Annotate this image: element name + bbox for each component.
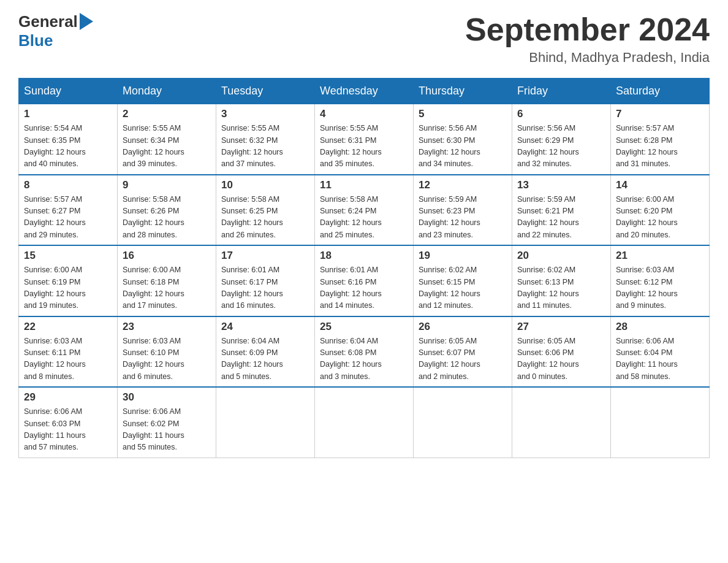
day-number: 16 xyxy=(123,250,211,262)
day-number: 15 xyxy=(24,250,112,262)
calendar-cell xyxy=(216,387,315,458)
calendar-cell: 29Sunrise: 6:06 AMSunset: 6:03 PMDayligh… xyxy=(19,387,118,458)
day-number: 29 xyxy=(24,391,112,404)
calendar-cell: 11Sunrise: 5:58 AMSunset: 6:24 PMDayligh… xyxy=(315,175,414,246)
calendar-week-row: 8Sunrise: 5:57 AMSunset: 6:27 PMDaylight… xyxy=(19,175,710,246)
calendar-header-thursday: Thursday xyxy=(414,79,512,104)
day-info: Sunrise: 6:03 AMSunset: 6:10 PMDaylight:… xyxy=(123,335,211,383)
day-number: 1 xyxy=(24,108,112,120)
calendar-cell: 21Sunrise: 6:03 AMSunset: 6:12 PMDayligh… xyxy=(611,245,710,316)
calendar-cell xyxy=(315,387,414,458)
day-number: 10 xyxy=(221,179,309,191)
calendar-cell: 27Sunrise: 6:05 AMSunset: 6:06 PMDayligh… xyxy=(512,316,611,388)
day-number: 19 xyxy=(419,250,507,262)
calendar-cell: 28Sunrise: 6:06 AMSunset: 6:04 PMDayligh… xyxy=(611,316,710,388)
calendar-header-wednesday: Wednesday xyxy=(315,79,414,104)
calendar-cell: 23Sunrise: 6:03 AMSunset: 6:10 PMDayligh… xyxy=(118,316,216,388)
calendar-cell: 30Sunrise: 6:06 AMSunset: 6:02 PMDayligh… xyxy=(118,387,216,458)
day-info: Sunrise: 5:57 AMSunset: 6:27 PMDaylight:… xyxy=(24,194,112,242)
calendar-cell: 12Sunrise: 5:59 AMSunset: 6:23 PMDayligh… xyxy=(414,175,512,246)
day-info: Sunrise: 6:00 AMSunset: 6:20 PMDaylight:… xyxy=(616,194,704,242)
day-number: 18 xyxy=(320,250,408,262)
day-number: 21 xyxy=(616,250,704,262)
day-number: 17 xyxy=(221,250,309,262)
day-number: 30 xyxy=(123,391,211,404)
day-info: Sunrise: 5:59 AMSunset: 6:23 PMDaylight:… xyxy=(419,194,507,242)
calendar-cell: 14Sunrise: 6:00 AMSunset: 6:20 PMDayligh… xyxy=(611,175,710,246)
day-number: 11 xyxy=(320,179,408,191)
day-number: 3 xyxy=(221,108,309,120)
calendar-cell: 13Sunrise: 5:59 AMSunset: 6:21 PMDayligh… xyxy=(512,175,611,246)
calendar-cell: 10Sunrise: 5:58 AMSunset: 6:25 PMDayligh… xyxy=(216,175,315,246)
day-number: 26 xyxy=(419,321,507,333)
logo-general: General xyxy=(18,12,78,31)
calendar-cell: 24Sunrise: 6:04 AMSunset: 6:09 PMDayligh… xyxy=(216,316,315,388)
day-info: Sunrise: 6:03 AMSunset: 6:12 PMDaylight:… xyxy=(616,264,704,312)
day-info: Sunrise: 6:03 AMSunset: 6:11 PMDaylight:… xyxy=(24,335,112,383)
day-info: Sunrise: 5:55 AMSunset: 6:32 PMDaylight:… xyxy=(221,123,309,170)
calendar-cell: 15Sunrise: 6:00 AMSunset: 6:19 PMDayligh… xyxy=(19,245,118,316)
day-info: Sunrise: 6:00 AMSunset: 6:18 PMDaylight:… xyxy=(123,264,211,312)
day-info: Sunrise: 6:02 AMSunset: 6:13 PMDaylight:… xyxy=(517,264,605,312)
calendar-header-monday: Monday xyxy=(118,79,216,104)
calendar-cell: 5Sunrise: 5:56 AMSunset: 6:30 PMDaylight… xyxy=(414,104,512,175)
title-block: September 2024 Bhind, Madhya Pradesh, In… xyxy=(465,12,710,66)
calendar-week-row: 15Sunrise: 6:00 AMSunset: 6:19 PMDayligh… xyxy=(19,245,710,316)
day-info: Sunrise: 5:59 AMSunset: 6:21 PMDaylight:… xyxy=(517,194,605,242)
day-number: 13 xyxy=(517,179,605,191)
calendar-cell xyxy=(414,387,512,458)
calendar-cell: 9Sunrise: 5:58 AMSunset: 6:26 PMDaylight… xyxy=(118,175,216,246)
day-number: 28 xyxy=(616,321,704,333)
day-number: 6 xyxy=(517,108,605,120)
day-number: 25 xyxy=(320,321,408,333)
day-info: Sunrise: 6:04 AMSunset: 6:08 PMDaylight:… xyxy=(320,335,408,383)
calendar-header-sunday: Sunday xyxy=(19,79,118,104)
calendar-header-saturday: Saturday xyxy=(611,79,710,104)
day-number: 22 xyxy=(24,321,112,333)
day-info: Sunrise: 6:00 AMSunset: 6:19 PMDaylight:… xyxy=(24,264,112,312)
page-header: General Blue September 2024 Bhind, Madhy… xyxy=(18,12,710,66)
day-info: Sunrise: 5:55 AMSunset: 6:31 PMDaylight:… xyxy=(320,123,408,170)
day-number: 5 xyxy=(419,108,507,120)
calendar-cell: 18Sunrise: 6:01 AMSunset: 6:16 PMDayligh… xyxy=(315,245,414,316)
day-info: Sunrise: 6:02 AMSunset: 6:15 PMDaylight:… xyxy=(419,264,507,312)
day-info: Sunrise: 5:56 AMSunset: 6:29 PMDaylight:… xyxy=(517,123,605,170)
calendar-header-friday: Friday xyxy=(512,79,611,104)
calendar-cell: 6Sunrise: 5:56 AMSunset: 6:29 PMDaylight… xyxy=(512,104,611,175)
calendar-week-row: 29Sunrise: 6:06 AMSunset: 6:03 PMDayligh… xyxy=(19,387,710,458)
day-number: 8 xyxy=(24,179,112,191)
day-info: Sunrise: 6:04 AMSunset: 6:09 PMDaylight:… xyxy=(221,335,309,383)
day-info: Sunrise: 6:05 AMSunset: 6:06 PMDaylight:… xyxy=(517,335,605,383)
day-number: 9 xyxy=(123,179,211,191)
day-info: Sunrise: 5:58 AMSunset: 6:24 PMDaylight:… xyxy=(320,194,408,242)
day-info: Sunrise: 6:05 AMSunset: 6:07 PMDaylight:… xyxy=(419,335,507,383)
day-number: 24 xyxy=(221,321,309,333)
day-number: 7 xyxy=(616,108,704,120)
day-info: Sunrise: 5:58 AMSunset: 6:26 PMDaylight:… xyxy=(123,194,211,242)
day-number: 12 xyxy=(419,179,507,191)
calendar-cell: 26Sunrise: 6:05 AMSunset: 6:07 PMDayligh… xyxy=(414,316,512,388)
day-number: 14 xyxy=(616,179,704,191)
calendar-header-tuesday: Tuesday xyxy=(216,79,315,104)
calendar-cell: 8Sunrise: 5:57 AMSunset: 6:27 PMDaylight… xyxy=(19,175,118,246)
logo-blue: Blue xyxy=(18,31,53,50)
day-info: Sunrise: 5:55 AMSunset: 6:34 PMDaylight:… xyxy=(123,123,211,170)
calendar-cell: 2Sunrise: 5:55 AMSunset: 6:34 PMDaylight… xyxy=(118,104,216,175)
calendar-table: SundayMondayTuesdayWednesdayThursdayFrid… xyxy=(18,78,710,458)
calendar-week-row: 22Sunrise: 6:03 AMSunset: 6:11 PMDayligh… xyxy=(19,316,710,388)
calendar-cell: 22Sunrise: 6:03 AMSunset: 6:11 PMDayligh… xyxy=(19,316,118,388)
day-info: Sunrise: 6:01 AMSunset: 6:16 PMDaylight:… xyxy=(320,264,408,312)
day-info: Sunrise: 5:58 AMSunset: 6:25 PMDaylight:… xyxy=(221,194,309,242)
calendar-week-row: 1Sunrise: 5:54 AMSunset: 6:35 PMDaylight… xyxy=(19,104,710,175)
day-number: 4 xyxy=(320,108,408,120)
day-info: Sunrise: 6:06 AMSunset: 6:03 PMDaylight:… xyxy=(24,406,112,454)
calendar-cell: 3Sunrise: 5:55 AMSunset: 6:32 PMDaylight… xyxy=(216,104,315,175)
day-info: Sunrise: 5:57 AMSunset: 6:28 PMDaylight:… xyxy=(616,123,704,170)
calendar-cell: 16Sunrise: 6:00 AMSunset: 6:18 PMDayligh… xyxy=(118,245,216,316)
calendar-cell: 17Sunrise: 6:01 AMSunset: 6:17 PMDayligh… xyxy=(216,245,315,316)
day-number: 27 xyxy=(517,321,605,333)
calendar-header-row: SundayMondayTuesdayWednesdayThursdayFrid… xyxy=(19,79,710,104)
day-info: Sunrise: 6:06 AMSunset: 6:02 PMDaylight:… xyxy=(123,406,211,454)
day-info: Sunrise: 5:54 AMSunset: 6:35 PMDaylight:… xyxy=(24,123,112,170)
day-number: 23 xyxy=(123,321,211,333)
